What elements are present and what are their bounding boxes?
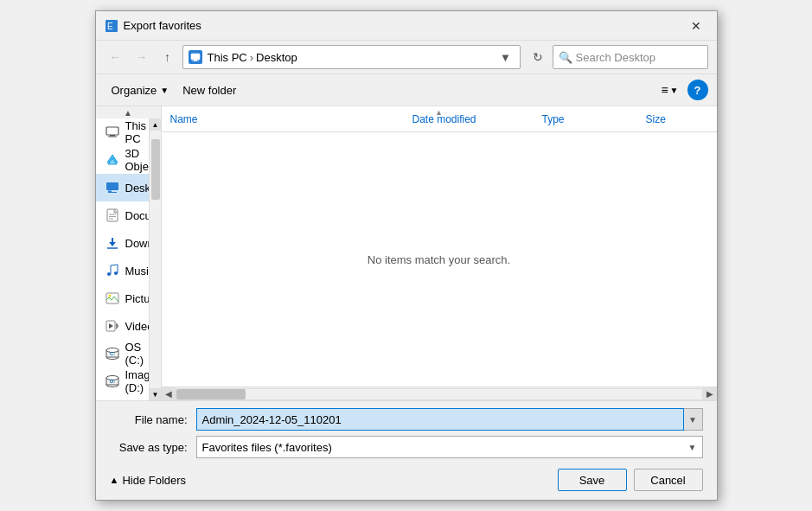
organize-dropdown-icon: ▼ bbox=[160, 86, 169, 95]
close-button[interactable]: ✕ bbox=[684, 16, 708, 35]
export-favorites-dialog: E Export favorites ✕ ← → ↑ This PC › bbox=[95, 10, 718, 501]
file-name-label: File name: bbox=[110, 413, 188, 426]
file-content-empty: No items match your search. bbox=[162, 132, 717, 386]
svg-rect-2 bbox=[191, 54, 200, 60]
pc-breadcrumb-icon bbox=[189, 50, 202, 64]
sidebar-scroll-track bbox=[150, 131, 161, 388]
hide-folders-label: Hide Folders bbox=[122, 474, 186, 487]
search-icon: 🔍 bbox=[559, 51, 572, 64]
svg-point-19 bbox=[108, 295, 111, 297]
title-bar-controls: ✕ bbox=[684, 16, 708, 35]
new-folder-button[interactable]: New folder bbox=[176, 78, 243, 102]
view-toggle-button[interactable]: ≡ ▼ bbox=[657, 79, 681, 101]
breadcrumb-box: This PC › Desktop ▼ bbox=[182, 45, 521, 69]
svg-rect-6 bbox=[110, 135, 115, 137]
file-header: ▲ Name Date modified Type Size bbox=[162, 106, 717, 132]
footer-buttons-row: ▲ Hide Folders Save Cancel bbox=[110, 463, 703, 493]
svg-rect-12 bbox=[108, 192, 117, 193]
sidebar: ▲ This PC bbox=[96, 106, 162, 400]
videos-icon bbox=[105, 318, 120, 334]
footer: File name: Admin_2024-12-05_110201 ▼ Sav… bbox=[96, 400, 717, 500]
drive-d-icon: D: bbox=[105, 374, 120, 389]
cancel-button[interactable]: Cancel bbox=[634, 469, 703, 491]
organize-button[interactable]: Organize ▼ bbox=[105, 78, 176, 102]
new-folder-label: New folder bbox=[182, 84, 236, 97]
dialog-title: Export favorites bbox=[124, 19, 684, 32]
music-icon bbox=[105, 263, 120, 278]
sidebar-scroll-up[interactable]: ▲ bbox=[96, 106, 161, 118]
file-name-dropdown-btn[interactable]: ▼ bbox=[684, 408, 703, 431]
sidebar-scroll-thumb[interactable] bbox=[151, 139, 160, 200]
svg-rect-5 bbox=[106, 127, 118, 135]
up-button[interactable]: ↑ bbox=[157, 46, 179, 68]
forward-button[interactable]: → bbox=[131, 46, 153, 68]
empty-message: No items match your search. bbox=[368, 253, 510, 266]
breadcrumb-desktop: Desktop bbox=[256, 51, 297, 64]
downloads-icon bbox=[105, 235, 120, 251]
hscroll-right-button[interactable]: ▶ bbox=[703, 387, 717, 400]
refresh-button[interactable]: ↻ bbox=[527, 46, 549, 68]
svg-rect-10 bbox=[106, 182, 118, 190]
search-box: 🔍 bbox=[553, 45, 708, 69]
breadcrumb-thispc: This PC bbox=[208, 51, 247, 64]
svg-marker-21 bbox=[116, 323, 118, 329]
hscroll-track bbox=[176, 388, 703, 400]
action-buttons: Save Cancel bbox=[558, 469, 703, 491]
sidebar-scrollbar[interactable]: ▲ ▼ bbox=[149, 118, 161, 400]
view-dropdown-icon: ▼ bbox=[670, 86, 679, 95]
save-button[interactable]: Save bbox=[558, 469, 627, 491]
hscroll-left-button[interactable]: ◀ bbox=[162, 387, 176, 400]
chevron-down-icon: ▲ bbox=[110, 475, 119, 485]
desktop-icon bbox=[105, 180, 120, 195]
svg-rect-3 bbox=[194, 60, 197, 61]
svg-text:D:: D: bbox=[110, 379, 115, 384]
title-bar: E Export favorites ✕ bbox=[96, 11, 717, 41]
breadcrumb-dropdown[interactable]: ▼ bbox=[497, 46, 515, 68]
pictures-icon bbox=[105, 291, 120, 306]
file-area: ▲ Name Date modified Type Size No items … bbox=[162, 106, 717, 400]
file-name-row: File name: Admin_2024-12-05_110201 ▼ bbox=[110, 408, 703, 431]
col-header-size[interactable]: Size bbox=[643, 106, 712, 131]
horizontal-scrollbar[interactable]: ◀ ▶ bbox=[162, 386, 717, 400]
svg-marker-22 bbox=[109, 323, 113, 329]
save-as-type-row: Save as type: Favorites files (*.favorit… bbox=[110, 436, 703, 458]
svg-rect-11 bbox=[108, 191, 112, 193]
3d-icon bbox=[105, 152, 120, 168]
save-as-type-arrow[interactable]: ▼ bbox=[683, 437, 702, 457]
file-name-input-container: Admin_2024-12-05_110201 ▼ bbox=[196, 408, 703, 431]
organize-label: Organize bbox=[112, 84, 157, 97]
address-bar: ← → ↑ This PC › Desktop ▼ ↻ 🔍 bbox=[96, 41, 717, 74]
dialog-icon: E bbox=[105, 19, 118, 33]
sidebar-scroll-down-btn[interactable]: ▼ bbox=[150, 388, 162, 400]
back-button[interactable]: ← bbox=[105, 46, 127, 68]
view-grid-icon: ≡ bbox=[661, 83, 668, 97]
toolbar: Organize ▼ New folder ≡ ▼ ? bbox=[96, 74, 717, 106]
hide-folders-button[interactable]: ▲ Hide Folders bbox=[110, 474, 187, 487]
col-header-date[interactable]: Date modified bbox=[409, 106, 539, 131]
search-input[interactable] bbox=[576, 51, 702, 64]
drive-c-icon: C: bbox=[105, 346, 120, 361]
col-header-type[interactable]: Type bbox=[539, 106, 643, 131]
save-as-type-select[interactable]: Favorites files (*.favorites) ▼ bbox=[196, 436, 703, 458]
save-as-type-value: Favorites files (*.favorites) bbox=[202, 441, 697, 454]
svg-text:C:: C: bbox=[110, 351, 115, 356]
help-button[interactable]: ? bbox=[687, 80, 708, 100]
svg-rect-7 bbox=[108, 137, 117, 137]
documents-icon bbox=[105, 208, 120, 223]
save-as-type-label: Save as type: bbox=[110, 441, 188, 454]
col-header-name[interactable]: Name bbox=[167, 106, 409, 131]
file-header-scroll-up[interactable]: ▲ bbox=[435, 108, 443, 117]
svg-rect-4 bbox=[192, 61, 199, 62]
hscroll-thumb[interactable] bbox=[176, 389, 246, 399]
sidebar-scroll-up-btn[interactable]: ▲ bbox=[150, 118, 162, 131]
file-name-input[interactable]: Admin_2024-12-05_110201 bbox=[196, 408, 684, 431]
breadcrumb: This PC › Desktop bbox=[189, 50, 497, 64]
computer-icon bbox=[105, 125, 120, 140]
main-area: ▲ This PC bbox=[96, 106, 717, 400]
svg-text:E: E bbox=[107, 22, 113, 31]
